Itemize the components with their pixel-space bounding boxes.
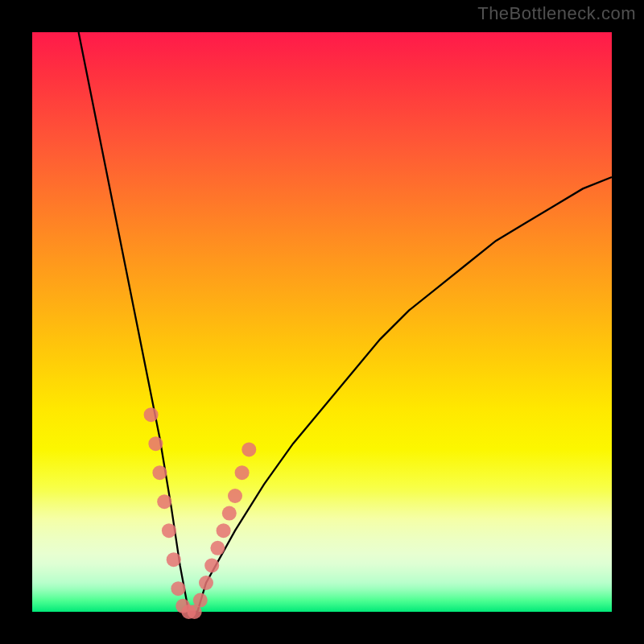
highlight-dot bbox=[217, 523, 231, 538]
highlight-dot bbox=[144, 407, 159, 422]
curve-svg bbox=[32, 32, 612, 612]
bottleneck-curve-path bbox=[79, 32, 612, 612]
highlight-dot bbox=[228, 489, 242, 503]
highlight-dot bbox=[235, 465, 250, 480]
highlight-dot bbox=[222, 506, 237, 521]
watermark-text: TheBottleneck.com bbox=[477, 3, 636, 24]
highlight-dot bbox=[148, 436, 163, 451]
chart-frame: TheBottleneck.com bbox=[0, 0, 644, 644]
highlight-dot bbox=[199, 576, 213, 590]
highlight-dot bbox=[152, 465, 167, 480]
highlight-dots-group bbox=[144, 407, 257, 619]
highlight-dot bbox=[157, 494, 171, 509]
highlight-dot bbox=[167, 552, 181, 567]
highlight-dot bbox=[171, 581, 185, 596]
highlight-dot bbox=[162, 523, 176, 538]
highlight-dot bbox=[193, 593, 208, 608]
highlight-dot bbox=[204, 558, 219, 572]
highlight-dot bbox=[210, 541, 225, 555]
plot-area bbox=[32, 32, 612, 612]
highlight-dot bbox=[242, 442, 256, 456]
